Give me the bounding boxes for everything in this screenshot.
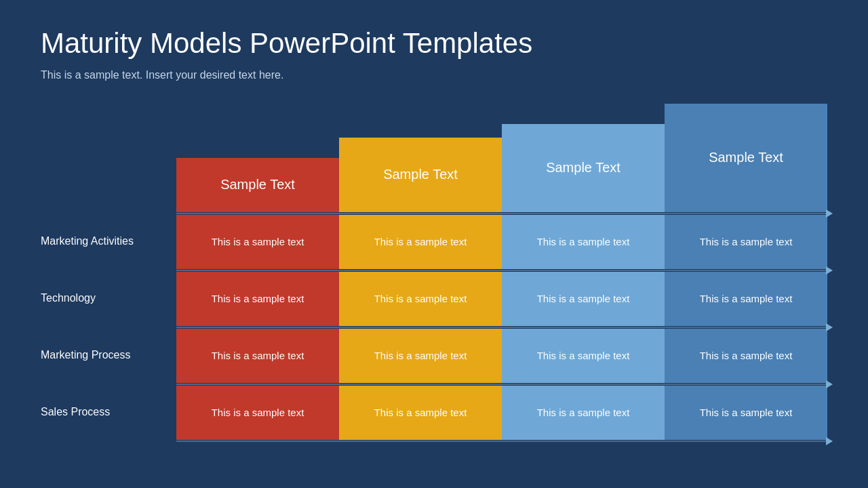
row-cells-3: This is a sample text This is a sample t… (176, 386, 827, 440)
cell-2-3: This is a sample text (665, 329, 827, 383)
row-label-3: Sales Process (41, 386, 176, 440)
row-cells-1: This is a sample text This is a sample t… (176, 272, 827, 326)
separator-2 (41, 326, 827, 329)
row-cells-0: This is a sample text This is a sample t… (176, 215, 827, 269)
separator-line-2 (176, 327, 827, 328)
column-header-3: Sample Text (502, 124, 665, 212)
row-cells-2: This is a sample text This is a sample t… (176, 329, 827, 383)
table-area: Sample Text Sample Text Sample Text Samp… (41, 104, 827, 468)
slide-title: Maturity Models PowerPoint Templates (41, 27, 827, 60)
row-label-1: Technology (41, 272, 176, 326)
cell-3-0: This is a sample text (176, 386, 339, 440)
row-label-0: Marketing Activities (41, 215, 176, 269)
table-row: Sales Process This is a sample text This… (41, 386, 827, 440)
row-label-2: Marketing Process (41, 329, 176, 383)
column-header-1: Sample Text (176, 158, 339, 212)
column-header-2: Sample Text (339, 138, 502, 212)
cell-3-2: This is a sample text (502, 386, 665, 440)
separator-line-0 (176, 213, 827, 214)
header-row: Sample Text Sample Text Sample Text Samp… (176, 104, 827, 212)
cell-0-1: This is a sample text (339, 215, 502, 269)
cell-2-0: This is a sample text (176, 329, 339, 383)
cell-0-3: This is a sample text (665, 215, 827, 269)
table-row: Technology This is a sample text This is… (41, 272, 827, 326)
cell-2-1: This is a sample text (339, 329, 502, 383)
cell-1-1: This is a sample text (339, 272, 502, 326)
cell-1-2: This is a sample text (502, 272, 665, 326)
column-header-4: Sample Text (665, 104, 827, 212)
cell-1-0: This is a sample text (176, 272, 339, 326)
cell-0-0: This is a sample text (176, 215, 339, 269)
separator-line-3 (176, 384, 827, 385)
cell-2-2: This is a sample text (502, 329, 665, 383)
slide-subtitle: This is a sample text. Insert your desir… (41, 68, 827, 83)
table-row: Marketing Process This is a sample text … (41, 329, 827, 383)
slide: Maturity Models PowerPoint Templates Thi… (0, 0, 868, 488)
cell-3-3: This is a sample text (665, 386, 827, 440)
separator-line-1 (176, 270, 827, 271)
separator-4 (41, 440, 827, 443)
cell-3-1: This is a sample text (339, 386, 502, 440)
cell-0-2: This is a sample text (502, 215, 665, 269)
table-row: Marketing Activities This is a sample te… (41, 215, 827, 269)
separator-line-4 (176, 441, 827, 442)
separator-0 (41, 212, 827, 215)
separator-3 (41, 383, 827, 386)
separator-1 (41, 269, 827, 272)
data-table: Marketing Activities This is a sample te… (41, 212, 827, 443)
cell-1-3: This is a sample text (665, 272, 827, 326)
